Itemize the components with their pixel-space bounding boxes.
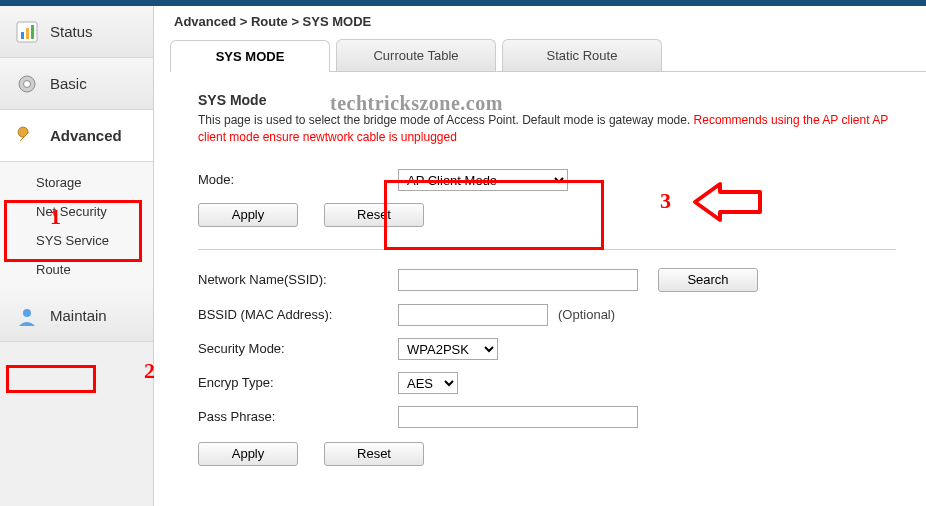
nav-basic-label: Basic xyxy=(50,75,87,92)
nav-maintain-label: Maintain xyxy=(50,307,107,324)
bssid-input[interactable] xyxy=(398,304,548,326)
apply-button-top[interactable]: Apply xyxy=(198,203,298,227)
nav-status-label: Status xyxy=(50,23,93,40)
encryption-select[interactable]: AES xyxy=(398,372,458,394)
section-desc: This page is used to select the bridge m… xyxy=(198,112,896,147)
content: SYS Mode This page is used to select the… xyxy=(154,72,926,476)
nav-status[interactable]: Status xyxy=(0,6,153,58)
tab-sys-mode[interactable]: SYS MODE xyxy=(170,40,330,72)
status-icon xyxy=(14,19,40,45)
sub-storage[interactable]: Storage xyxy=(0,168,153,197)
sub-route[interactable]: Route xyxy=(0,255,153,284)
pass-label: Pass Phrase: xyxy=(198,409,398,424)
ssid-label: Network Name(SSID): xyxy=(198,272,398,287)
tab-static-route[interactable]: Static Route xyxy=(502,39,662,71)
sec-label: Security Mode: xyxy=(198,341,398,356)
svg-rect-1 xyxy=(21,32,24,39)
ap-client-block: Network Name(SSID): Search BSSID (MAC Ad… xyxy=(198,268,896,466)
breadcrumb: Advanced > Route > SYS MODE xyxy=(154,6,926,39)
sub-net-security[interactable]: Net Security xyxy=(0,197,153,226)
tab-curroute[interactable]: Curroute Table xyxy=(336,39,496,71)
apply-button-bottom[interactable]: Apply xyxy=(198,442,298,466)
svg-point-5 xyxy=(24,80,31,87)
divider xyxy=(198,249,896,250)
passphrase-input[interactable] xyxy=(398,406,638,428)
nav-basic[interactable]: Basic xyxy=(0,58,153,110)
sidebar: Status Basic Advanced Storage Net Securi… xyxy=(0,6,154,506)
nav-maintain[interactable]: Maintain xyxy=(0,290,153,342)
optional-label: (Optional) xyxy=(558,307,615,322)
user-icon xyxy=(14,303,40,329)
reset-button-top[interactable]: Reset xyxy=(324,203,424,227)
bssid-label: BSSID (MAC Address): xyxy=(198,307,398,322)
svg-rect-3 xyxy=(31,25,34,39)
wrench-icon xyxy=(14,123,40,149)
enc-label: Encryp Type: xyxy=(198,375,398,390)
search-button[interactable]: Search xyxy=(658,268,758,292)
advanced-sub-items: Storage Net Security SYS Service Route xyxy=(0,162,153,290)
sub-sys-service[interactable]: SYS Service xyxy=(0,226,153,255)
mode-block: Mode: AP Client Mode Apply Reset xyxy=(198,169,896,227)
tab-row: SYS MODE Curroute Table Static Route xyxy=(170,39,926,72)
reset-button-bottom[interactable]: Reset xyxy=(324,442,424,466)
svg-rect-2 xyxy=(26,28,29,39)
svg-point-6 xyxy=(23,309,31,317)
ssid-input[interactable] xyxy=(398,269,638,291)
desc-plain: This page is used to select the bridge m… xyxy=(198,113,694,127)
nav-advanced-label: Advanced xyxy=(50,127,122,144)
mode-label: Mode: xyxy=(198,172,398,187)
section-title: SYS Mode xyxy=(198,92,896,108)
security-select[interactable]: WPA2PSK xyxy=(398,338,498,360)
nav-advanced[interactable]: Advanced xyxy=(0,110,153,162)
gear-icon xyxy=(14,71,40,97)
main-area: Advanced > Route > SYS MODE SYS MODE Cur… xyxy=(154,6,926,506)
mode-select[interactable]: AP Client Mode xyxy=(398,169,568,191)
app-container: Status Basic Advanced Storage Net Securi… xyxy=(0,6,926,506)
